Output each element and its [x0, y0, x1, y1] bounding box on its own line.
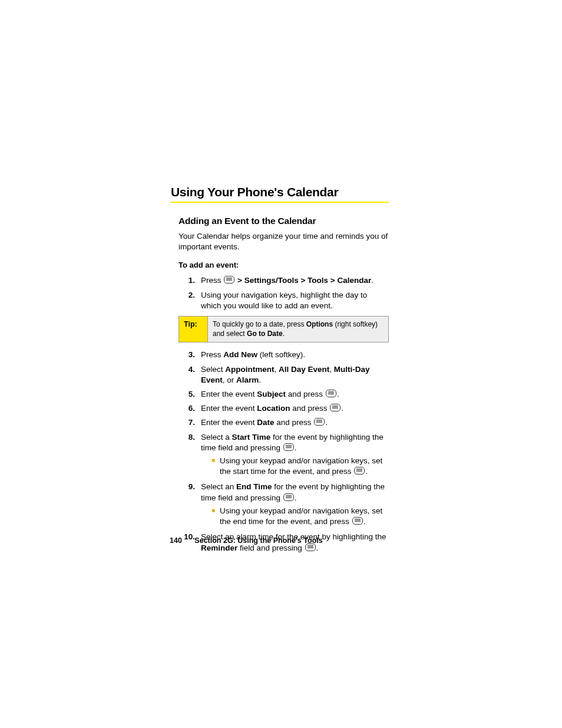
menu-key-icon [283, 443, 294, 451]
step-number: 9. [178, 482, 201, 528]
step-number: 8. [178, 432, 201, 479]
step-number: 5. [178, 389, 201, 400]
step-body: Enter the event Location and press . [201, 403, 389, 414]
step-1: 1. Press > Settings/Tools > Tools > Cale… [178, 275, 389, 286]
menu-key-icon [224, 276, 234, 284]
page-title: Using Your Phone's Calendar [171, 185, 389, 199]
step-6: 6. Enter the event Location and press . [178, 403, 389, 414]
step-5: 5. Enter the event Subject and press . [178, 389, 389, 400]
step-4: 4. Select Appointment, All Day Event, Mu… [178, 364, 389, 386]
step-body: Enter the event Subject and press . [201, 389, 389, 400]
step-number: 7. [178, 417, 201, 428]
step-2: 2. Using your navigation keys, highlight… [178, 290, 389, 311]
step-body: Press Add New (left softkey). [201, 350, 389, 360]
step-8: 8. Select a Start Time for the event by … [178, 432, 389, 479]
tip-label: Tip: [179, 317, 208, 342]
intro-text: Your Calendar helps organize your time a… [178, 231, 389, 252]
step-number: 3. [178, 350, 201, 360]
step-number: 2. [178, 290, 201, 311]
step-body: Enter the event Date and press . [201, 417, 389, 428]
substep: ■ Using your keypad and/or navigation ke… [211, 456, 389, 477]
step-body: Select an End Time for the event by high… [201, 482, 389, 528]
section-label: Section 2G: Using the Phone's Tools [194, 536, 322, 545]
bullet-icon: ■ [211, 456, 220, 477]
step-body: Select Appointment, All Day Event, Multi… [201, 364, 389, 386]
step-number: 4. [178, 364, 201, 386]
substep: ■ Using your keypad and/or navigation ke… [211, 506, 389, 527]
lead-text: To add an event: [178, 261, 389, 269]
menu-key-icon [352, 517, 363, 525]
menu-key-icon [354, 467, 365, 475]
title-rule [171, 202, 389, 203]
steps-list: 1. Press > Settings/Tools > Tools > Cale… [178, 275, 389, 311]
steps-list-continued: 3. Press Add New (left softkey). 4. Sele… [178, 350, 389, 554]
bullet-icon: ■ [211, 506, 220, 527]
step-body: Press > Settings/Tools > Tools > Calenda… [201, 275, 389, 286]
page-number: 140 [170, 536, 182, 545]
step-number: 6. [178, 403, 201, 414]
menu-key-icon [330, 404, 340, 411]
step-body: Select a Start Time for the event by hig… [201, 432, 389, 479]
page-content: Using Your Phone's Calendar Adding an Ev… [171, 185, 389, 557]
step-9: 9. Select an End Time for the event by h… [178, 482, 389, 528]
step-3: 3. Press Add New (left softkey). [178, 350, 389, 360]
tip-box: Tip: To quickly go to a date, press Opti… [178, 316, 389, 342]
step-7: 7. Enter the event Date and press . [178, 417, 389, 428]
step-body: Using your navigation keys, highlight th… [201, 290, 389, 311]
menu-key-icon [283, 493, 294, 501]
menu-key-icon [326, 390, 336, 397]
section-heading: Adding an Event to the Calendar [178, 216, 389, 226]
page-footer: 140 Section 2G: Using the Phone's Tools [170, 536, 323, 545]
step-number: 1. [178, 275, 201, 286]
tip-content: To quickly go to a date, press Options (… [208, 317, 388, 342]
menu-key-icon [314, 418, 325, 426]
